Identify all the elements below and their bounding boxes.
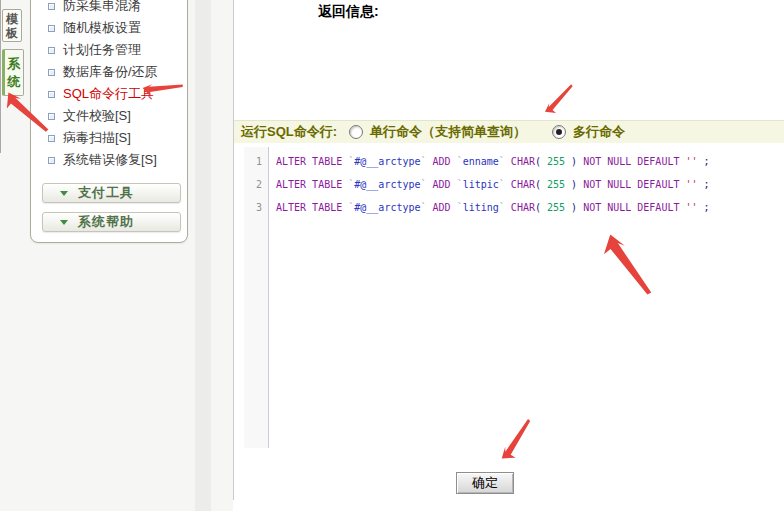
radio-option-label[interactable]: 单行命令（支持简单查询） [370, 123, 526, 141]
line-number: 3 [244, 196, 262, 219]
sql-token-par: ; [704, 202, 710, 213]
left-edge-border [0, 0, 1, 153]
radio-single-command[interactable] [349, 125, 363, 139]
sql-command-bar: 运行SQL命令行: 单行命令（支持简单查询）多行命令 [234, 120, 784, 143]
code-line[interactable]: 2ALTER TABLE `#@__arctype` ADD `litpic` … [244, 173, 774, 196]
tab-template[interactable]: 模板 [2, 9, 22, 42]
sql-token-num: 255 [547, 156, 565, 167]
square-bullet-icon [48, 135, 55, 142]
section-label: 支付工具 [78, 184, 134, 202]
sql-token-id: liting [463, 202, 499, 213]
sql-token-par: ; [704, 156, 710, 167]
line-number: 2 [244, 173, 262, 196]
section-label: 系统帮助 [78, 213, 134, 231]
sidebar-scroll-track [195, 0, 211, 511]
sql-token-num: 255 [547, 202, 565, 213]
sql-token-tick: ` [499, 202, 511, 213]
menu-item[interactable]: 随机模板设置 [46, 17, 186, 39]
menu-item-label: 病毒扫描[S] [63, 127, 131, 149]
return-info-label: 返回信息: [318, 3, 379, 21]
menu-item-label: 随机模板设置 [63, 17, 141, 39]
sql-token-tick: ` [421, 156, 433, 167]
system-help-button[interactable]: 系统帮助 [42, 212, 181, 232]
sql-token-kw: ADD [433, 156, 457, 167]
sql-token-par: ( [535, 156, 547, 167]
sql-token-id: #@__arctype [354, 202, 420, 213]
sql-token-kw: ALTER TABLE [276, 202, 348, 213]
menu-item-label: 数据库备份/还原 [63, 61, 158, 83]
sql-command-tool-page: 模板 系统 防采集串混淆随机模板设置计划任务管理数据库备份/还原SQL命令行工具… [0, 0, 784, 511]
sql-token-str: '' [685, 202, 703, 213]
sql-token-kw: ALTER TABLE [276, 156, 348, 167]
menu-item[interactable]: 文件校验[S] [46, 105, 186, 127]
sql-token-kw: NOT NULL DEFAULT [583, 156, 685, 167]
sql-editor[interactable]: 1ALTER TABLE `#@__arctype` ADD `enname` … [244, 150, 774, 219]
code-line[interactable]: 1ALTER TABLE `#@__arctype` ADD `enname` … [244, 150, 774, 173]
red-arrow-icon-submit [491, 416, 540, 465]
sql-token-kw: ADD [433, 179, 457, 190]
sql-token-kw: ADD [433, 202, 457, 213]
radio-option-label[interactable]: 多行命令 [573, 123, 625, 141]
sql-token-tick: ` [421, 202, 433, 213]
sql-token-tick: ` [499, 179, 511, 190]
sql-token-kw: CHAR [511, 156, 535, 167]
triangle-down-icon [60, 191, 68, 196]
menu-item[interactable]: SQL命令行工具 [46, 83, 186, 105]
square-bullet-icon [48, 25, 55, 32]
menu-item[interactable]: 计划任务管理 [46, 39, 186, 61]
red-arrow-icon-editor [596, 230, 662, 296]
sidebar-main-divider [233, 0, 234, 500]
sql-token-kw: NOT NULL DEFAULT [583, 202, 685, 213]
square-bullet-icon [48, 47, 55, 54]
sql-token-kw: NOT NULL DEFAULT [583, 179, 685, 190]
sql-token-par: ; [704, 179, 710, 190]
menu-item[interactable]: 系统错误修复[S] [46, 149, 186, 171]
menu-item[interactable]: 防采集串混淆 [46, 0, 186, 17]
sql-token-num: 255 [547, 179, 565, 190]
menu-item-label: 防采集串混淆 [63, 0, 141, 17]
sql-token-kw: ALTER TABLE [276, 179, 348, 190]
sql-token-par: ( [535, 202, 547, 213]
square-bullet-icon [48, 157, 55, 164]
sql-token-kw: CHAR [511, 202, 535, 213]
sidebar-menu: 防采集串混淆随机模板设置计划任务管理数据库备份/还原SQL命令行工具文件校验[S… [46, 0, 186, 171]
tab-system[interactable]: 系统 [2, 49, 24, 96]
sql-token-kw: CHAR [511, 179, 535, 190]
sql-token-tick: ` [421, 179, 433, 190]
menu-item-label: SQL命令行工具 [63, 83, 154, 105]
menu-item-label: 文件校验[S] [63, 105, 131, 127]
square-bullet-icon [48, 3, 55, 10]
payment-tools-button[interactable]: 支付工具 [42, 183, 181, 203]
line-number: 1 [244, 150, 262, 173]
sql-token-id: litpic [463, 179, 499, 190]
radio-group: 单行命令（支持简单查询）多行命令 [349, 123, 625, 141]
red-arrow-icon-radio [541, 82, 576, 117]
code-line[interactable]: 3ALTER TABLE `#@__arctype` ADD `liting` … [244, 196, 774, 219]
radio-multi-command[interactable] [552, 125, 566, 139]
menu-item-label: 计划任务管理 [63, 39, 141, 61]
menu-item-label: 系统错误修复[S] [63, 149, 157, 171]
sql-token-id: #@__arctype [354, 156, 420, 167]
sql-token-par: ) [565, 156, 583, 167]
sql-token-id: #@__arctype [354, 179, 420, 190]
sql-bar-label: 运行SQL命令行: [241, 123, 337, 141]
sql-token-str: '' [685, 156, 703, 167]
square-bullet-icon [48, 113, 55, 120]
sql-token-tick: ` [499, 156, 511, 167]
sql-token-par: ) [565, 202, 583, 213]
sql-token-id: enname [463, 156, 499, 167]
sql-token-par: ( [535, 179, 547, 190]
square-bullet-icon [48, 69, 55, 76]
sql-token-par: ) [565, 179, 583, 190]
triangle-down-icon [60, 220, 68, 225]
sql-token-str: '' [685, 179, 703, 190]
menu-item[interactable]: 病毒扫描[S] [46, 127, 186, 149]
menu-item[interactable]: 数据库备份/还原 [46, 61, 186, 83]
submit-button[interactable]: 确定 [456, 472, 514, 494]
square-bullet-icon [48, 91, 55, 98]
